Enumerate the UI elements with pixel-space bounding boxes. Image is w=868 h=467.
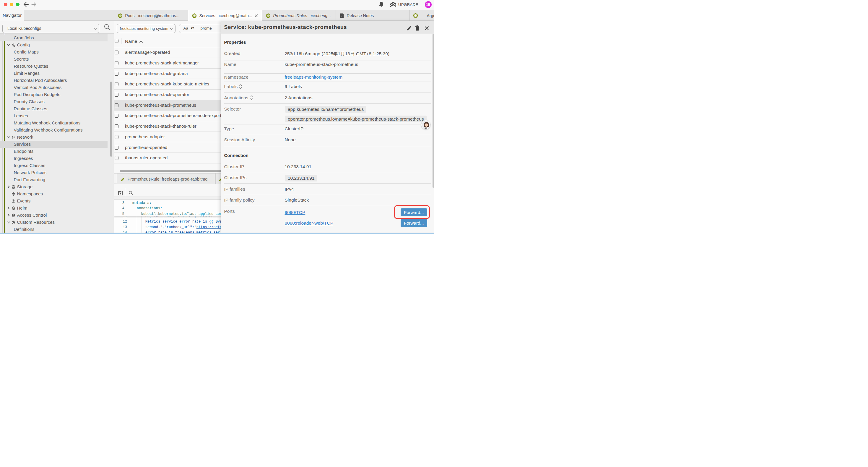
svg-text:HELM: HELM xyxy=(12,207,15,209)
